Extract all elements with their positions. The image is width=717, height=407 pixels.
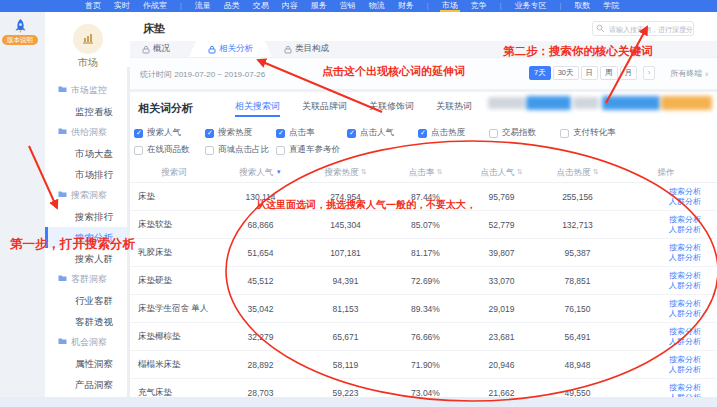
topnav-item[interactable]: 市场 — [442, 0, 458, 12]
metric-checkbox[interactable]: 在线商品数 — [134, 144, 205, 156]
sidebar-item[interactable]: 搜索分析 — [45, 227, 130, 248]
next-page-arrow-button[interactable]: › — [643, 66, 655, 80]
folder-icon — [58, 332, 67, 353]
search-analysis-link[interactable]: 搜索分析 — [669, 187, 701, 196]
search-analysis-link[interactable]: 搜索分析 — [669, 215, 701, 224]
folder-icon — [58, 185, 67, 206]
cell-click-heat: 76,150 — [540, 304, 615, 314]
report-tab[interactable]: 类目构成 — [272, 41, 341, 57]
topnav-item[interactable]: 品类 — [224, 0, 240, 12]
topnav-item[interactable]: 内容 — [282, 0, 298, 12]
metric-checkbox[interactable]: 搜索热度 — [205, 127, 276, 139]
metric-checkbox[interactable]: 商城点击占比 — [205, 144, 276, 156]
sidebar-item[interactable]: 产品洞察 — [45, 374, 130, 395]
subtab[interactable]: 关联修饰词 — [369, 100, 414, 117]
sidebar-item[interactable]: 搜索洞察 — [45, 185, 130, 206]
sidebar-item[interactable]: 机会洞察 — [45, 332, 130, 353]
main-content: 床垫 概况 — [130, 12, 717, 88]
sidebar-item[interactable]: 客群透视 — [45, 311, 130, 332]
metric-checkbox[interactable]: 直通车参考价 — [276, 144, 347, 156]
topnav-item[interactable]: 竞争 — [471, 0, 487, 12]
report-tab[interactable]: 概况 — [130, 41, 182, 57]
crowd-analysis-link[interactable]: 人群分析 — [669, 281, 701, 290]
topnav-item[interactable]: 实时 — [114, 0, 130, 12]
search-analysis-link[interactable]: 搜索分析 — [669, 355, 701, 364]
subtab[interactable]: 关联热词 — [436, 100, 472, 117]
date-range-button[interactable]: 月 — [620, 66, 638, 80]
date-range-button[interactable]: 30天 — [553, 66, 579, 80]
sidebar-item[interactable]: 搜索人群 — [45, 248, 130, 269]
sidebar: 市场 市场监控 监控看板 供给洞察 — [45, 12, 130, 397]
sidebar-item[interactable]: 属性洞察 — [45, 353, 130, 374]
sidebar-item[interactable]: 客群洞察 — [45, 269, 130, 290]
terminal-filter-dropdown[interactable]: 所有终端 ∨ — [670, 68, 709, 79]
crowd-analysis-link[interactable]: 人群分析 — [669, 337, 701, 346]
column-header[interactable]: 点击人气 ▼ ⇅ — [463, 167, 540, 179]
table-header-row: 搜索词 ▼ ⇅ 搜索人气 ▼ ⇅ 搜索热度 ▼ ⇅ 点击率 — [130, 164, 717, 183]
topnav-item[interactable]: 服务 — [311, 0, 327, 12]
date-range-button[interactable]: 日 — [581, 66, 599, 80]
search-analysis-link[interactable]: 搜索分析 — [669, 271, 701, 280]
cell-search-popularity: 35,042 — [218, 304, 303, 314]
sidebar-item-label: 市场大盘 — [75, 148, 113, 159]
metric-checkbox[interactable]: 交易指数 — [489, 127, 560, 139]
sidebar-item[interactable]: 市场大盘 — [45, 143, 130, 164]
search-analysis-link[interactable]: 搜索分析 — [669, 383, 701, 392]
search-input[interactable] — [607, 22, 695, 37]
cell-click-rate: 89.34% — [388, 304, 463, 314]
topnav-item[interactable]: 流量 — [195, 0, 211, 12]
column-header[interactable]: 搜索词 ▼ ⇅ — [130, 167, 218, 179]
date-range-button[interactable]: 周 — [600, 66, 618, 80]
censored-block — [526, 96, 571, 110]
topnav-item[interactable]: 学院 — [603, 0, 619, 12]
checkbox-icon — [205, 129, 214, 138]
column-header[interactable]: 操作 ▼ ⇅ — [615, 167, 717, 179]
column-header[interactable]: 点击率 ▼ ⇅ — [388, 167, 463, 179]
sort-icon: ⇅ — [437, 168, 443, 175]
topnav-item[interactable]: 取数 — [574, 0, 590, 12]
metric-checkbox[interactable]: 点击人气 — [347, 127, 418, 139]
topnav-item[interactable]: 营销 — [340, 0, 356, 12]
topnav-item[interactable]: 财务 — [398, 0, 414, 12]
topnav-item[interactable]: 首页 — [85, 0, 101, 12]
sidebar-item[interactable]: 行业客群 — [45, 290, 130, 311]
cell-click-heat: 48,948 — [540, 360, 615, 370]
topnav-item[interactable]: 作战室 — [143, 0, 167, 12]
report-tab[interactable]: 相关分析 — [189, 41, 272, 57]
column-header[interactable]: 点击热度 ▼ ⇅ — [540, 167, 615, 179]
metric-checkbox[interactable]: 支付转化率 — [560, 127, 631, 139]
cell-keyword: 乳胶床垫 — [130, 247, 218, 259]
version-badge[interactable]: 版本说明 — [2, 35, 38, 45]
sidebar-item[interactable]: 搜索排行 — [45, 206, 130, 227]
sidebar-item[interactable]: 供给洞察 — [45, 122, 130, 143]
crowd-analysis-link[interactable]: 人群分析 — [669, 197, 701, 206]
topnav-item[interactable]: 交易 — [253, 0, 269, 12]
column-header[interactable]: 搜索人气 ▼ ⇅ — [218, 167, 303, 179]
crowd-analysis-link[interactable]: 人群分析 — [669, 365, 701, 374]
sidebar-item[interactable]: 市场监控 — [45, 80, 130, 101]
topnav-item[interactable]: 业务专区 — [514, 0, 546, 12]
market-module-icon[interactable] — [73, 24, 103, 54]
sidebar-item[interactable]: 市场排行 — [45, 164, 130, 185]
subtab[interactable]: 相关搜索词 — [235, 100, 280, 117]
metric-checkbox[interactable]: 点击率 — [276, 127, 347, 139]
sidebar-item[interactable]: 监控看板 — [45, 101, 130, 122]
cell-actions: 搜索分析 人群分析 — [615, 327, 717, 346]
metric-checkbox[interactable]: 点击热度 — [418, 127, 489, 139]
crowd-analysis-link[interactable]: 人群分析 — [669, 253, 701, 262]
cell-click-popularity: 23,681 — [463, 332, 540, 342]
metric-checkbox[interactable]: 搜索人气 — [134, 127, 205, 139]
search-analysis-link[interactable]: 搜索分析 — [669, 243, 701, 252]
metric-label: 点击热度 — [431, 127, 465, 139]
crowd-analysis-link[interactable]: 人群分析 — [669, 225, 701, 234]
topnav-item[interactable]: 物流 — [369, 0, 385, 12]
crowd-analysis-link[interactable]: 人群分析 — [669, 309, 701, 318]
date-range-button[interactable]: 7天 — [529, 66, 551, 80]
cell-search-popularity: 32,279 — [218, 332, 303, 342]
search-analysis-link[interactable]: 搜索分析 — [669, 299, 701, 308]
subtab[interactable]: 关联品牌词 — [302, 100, 347, 117]
topnav-item: | — [180, 0, 182, 12]
column-header[interactable]: 搜索热度 ▼ ⇅ — [303, 167, 388, 179]
search-analysis-link[interactable]: 搜索分析 — [669, 327, 701, 336]
footer-strip — [0, 397, 717, 407]
